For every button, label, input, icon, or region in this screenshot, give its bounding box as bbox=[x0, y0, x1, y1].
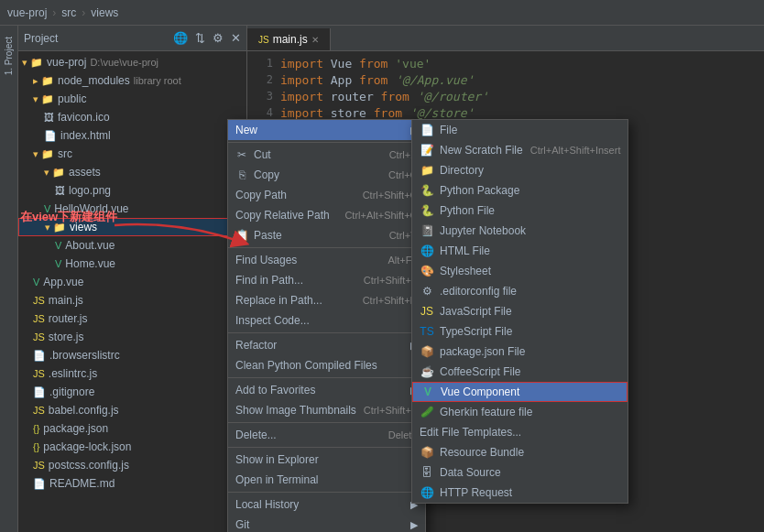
json-icon: {} bbox=[33, 441, 39, 452]
tree-home[interactable]: V Home.vue bbox=[18, 255, 246, 273]
sub-python-file[interactable]: 🐍 Python File bbox=[412, 201, 628, 221]
ctx-git[interactable]: Git ▶ bbox=[228, 515, 425, 532]
ctx-new-label: New bbox=[235, 124, 257, 136]
sub-coffeescript[interactable]: ☕ CoffeeScript File bbox=[412, 362, 628, 382]
file-tree: ▾ 📁 vue-proj D:\vue\vue-proj ▸ 📁 node_mo… bbox=[18, 51, 246, 532]
sub-new-scratch[interactable]: 📝 New Scratch File Ctrl+Alt+Shift+Insert bbox=[412, 140, 628, 160]
tree-label: .eslintrc.js bbox=[49, 367, 97, 380]
tree-router-js[interactable]: JS router.js bbox=[18, 309, 246, 328]
ctx-copy-rel[interactable]: Copy Relative Path Ctrl+Alt+Shift+C bbox=[228, 205, 425, 225]
tree-index-html[interactable]: 📄 index.html bbox=[18, 126, 246, 145]
project-side-label[interactable]: 1. Project bbox=[4, 37, 14, 75]
tree-label: store.js bbox=[49, 331, 84, 343]
sub-data-source[interactable]: 🗄 Data Source bbox=[412, 462, 628, 483]
sub-python-package[interactable]: 🐍 Python Package bbox=[412, 180, 628, 201]
ctx-label: Show in Explorer bbox=[235, 453, 319, 466]
tree-store-js[interactable]: JS store.js bbox=[18, 328, 246, 346]
tree-label: package-lock.json bbox=[43, 440, 131, 453]
sub-typescript[interactable]: TS TypeScript File bbox=[412, 321, 628, 342]
ctx-label: Show Image Thumbnails bbox=[235, 404, 356, 417]
tree-package-lock[interactable]: {} package-lock.json bbox=[18, 438, 246, 456]
ctx-show-img[interactable]: Show Image Thumbnails Ctrl+Shift+T bbox=[228, 400, 425, 420]
package-icon: 📦 bbox=[420, 345, 434, 358]
ctx-label: Local History bbox=[235, 498, 299, 511]
ctx-label: Cut bbox=[254, 148, 271, 161]
sub-edit-templates[interactable]: Edit File Templates... bbox=[412, 422, 628, 442]
sub-gherkin[interactable]: 🥒 Gherkin feature file bbox=[412, 402, 628, 422]
tree-root[interactable]: ▾ 📁 vue-proj D:\vue\vue-proj bbox=[18, 53, 246, 71]
js-file-icon: JS bbox=[258, 35, 269, 45]
folder-icon: ▸ 📁 bbox=[33, 75, 54, 87]
ctx-new[interactable]: New ▶ bbox=[228, 120, 425, 140]
sub-http-request[interactable]: 🌐 HTTP Request bbox=[412, 483, 628, 503]
ctx-find-path[interactable]: Find in Path... Ctrl+Shift+F bbox=[228, 270, 425, 290]
tree-postcss[interactable]: JS postcss.config.js bbox=[18, 456, 246, 474]
sub-javascript[interactable]: JS JavaScript File bbox=[412, 301, 628, 321]
sub-directory[interactable]: 📁 Directory bbox=[412, 160, 628, 180]
tree-public[interactable]: ▾ 📁 public bbox=[18, 90, 246, 108]
ctx-open-terminal[interactable]: Open in Terminal bbox=[228, 470, 425, 490]
tree-app-vue[interactable]: V App.vue bbox=[18, 273, 246, 291]
tab-main-js[interactable]: JS main.js ✕ bbox=[247, 28, 331, 50]
submenu: 📄 File 📝 New Scratch File Ctrl+Alt+Shift… bbox=[411, 119, 628, 504]
tree-node-modules[interactable]: ▸ 📁 node_modules library root bbox=[18, 71, 246, 90]
js-icon: JS bbox=[33, 331, 45, 342]
ctx-copy[interactable]: ⎘ Copy Ctrl+C bbox=[228, 165, 425, 185]
sub-vue-component[interactable]: V Vue Component bbox=[412, 382, 628, 402]
tree-label: favicon.ico bbox=[58, 111, 110, 124]
sub-jupyter[interactable]: 📓 Jupyter Notebook bbox=[412, 221, 628, 241]
ctx-replace-path[interactable]: Replace in Path... Ctrl+Shift+R bbox=[228, 290, 425, 310]
file-icon: 📄 bbox=[33, 386, 46, 398]
ts-icon: TS bbox=[420, 325, 434, 338]
tree-label: README.md bbox=[49, 477, 115, 490]
sub-file[interactable]: 📄 File bbox=[412, 120, 628, 140]
tree-babelconfig[interactable]: JS babel.config.js bbox=[18, 401, 246, 419]
globe-icon[interactable]: 🌐 bbox=[173, 31, 188, 45]
python-icon: 🐍 bbox=[420, 204, 434, 217]
tree-gitignore[interactable]: 📄 .gitignore bbox=[18, 383, 246, 401]
annotation-text: 在view下新建组件 bbox=[20, 209, 117, 225]
tree-package-json[interactable]: {} package.json bbox=[18, 419, 246, 438]
ctx-cut[interactable]: ✂ Cut Ctrl+X bbox=[228, 145, 425, 165]
css-icon: 🎨 bbox=[420, 265, 434, 277]
tree-src[interactable]: ▾ 📁 src bbox=[18, 145, 246, 163]
sub-package-json[interactable]: 📦 package.json File bbox=[412, 342, 628, 362]
tree-browserslistrc[interactable]: 📄 .browserslistrc bbox=[18, 346, 246, 364]
sub-label: HTML File bbox=[440, 244, 490, 257]
folder-icon: ▾ 📁 bbox=[33, 148, 54, 160]
tree-label: App.vue bbox=[43, 276, 83, 288]
ctx-clean[interactable]: Clean Python Compiled Files bbox=[228, 355, 425, 375]
js-icon: JS bbox=[420, 305, 434, 318]
ctx-paste[interactable]: 📋 Paste Ctrl+V bbox=[228, 225, 425, 245]
tree-label: babel.config.js bbox=[49, 404, 119, 417]
ctx-copy-path[interactable]: Copy Path Ctrl+Shift+C bbox=[228, 185, 425, 205]
tree-logo[interactable]: 🖼 logo.png bbox=[18, 181, 246, 200]
sub-resource-bundle[interactable]: 📦 Resource Bundle bbox=[412, 442, 628, 462]
tree-eslintrc[interactable]: JS .eslintrc.js bbox=[18, 364, 246, 383]
gear-icon[interactable]: ⚙ bbox=[213, 31, 224, 45]
tree-readme[interactable]: 📄 README.md bbox=[18, 474, 246, 493]
sub-stylesheet[interactable]: 🎨 Stylesheet bbox=[412, 261, 628, 281]
gherkin-icon: 🥒 bbox=[420, 406, 434, 418]
sort-icon[interactable]: ⇅ bbox=[195, 31, 205, 45]
scratch-icon: 📝 bbox=[420, 144, 434, 157]
sub-label: .editorconfig file bbox=[440, 285, 517, 298]
ctx-add-fav[interactable]: Add to Favorites ▶ bbox=[228, 380, 425, 400]
close-icon[interactable]: ✕ bbox=[231, 31, 241, 45]
tree-main-js[interactable]: JS main.js bbox=[18, 291, 246, 309]
sub-html[interactable]: 🌐 HTML File bbox=[412, 241, 628, 261]
tree-assets[interactable]: ▾ 📁 assets bbox=[18, 163, 246, 181]
ctx-label: Copy bbox=[254, 168, 279, 181]
tree-favicon[interactable]: 🖼 favicon.ico bbox=[18, 108, 246, 126]
ctx-local-history[interactable]: Local History ▶ bbox=[228, 494, 425, 515]
ctx-refactor[interactable]: Refactor ▶ bbox=[228, 335, 425, 355]
tree-label: src bbox=[58, 147, 72, 160]
ctx-find-usages[interactable]: Find Usages Alt+F7 bbox=[228, 250, 425, 270]
sub-editorconfig[interactable]: ⚙ .editorconfig file bbox=[412, 281, 628, 301]
tree-about[interactable]: V About.vue bbox=[18, 236, 246, 255]
tree-label: logo.png bbox=[69, 184, 111, 197]
ctx-delete[interactable]: Delete... Delete bbox=[228, 425, 425, 445]
ctx-inspect[interactable]: Inspect Code... bbox=[228, 310, 425, 331]
tab-close-icon[interactable]: ✕ bbox=[311, 35, 319, 45]
ctx-show-explorer[interactable]: Show in Explorer bbox=[228, 450, 425, 470]
